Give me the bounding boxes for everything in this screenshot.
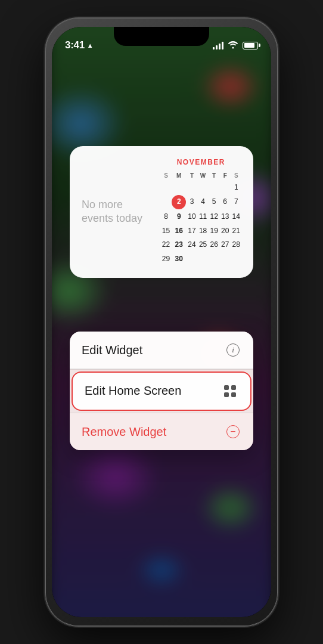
notch: [114, 27, 209, 46]
cal-header-t1: T: [187, 171, 197, 180]
phone-frame: 3:41 ▲: [45, 18, 278, 626]
context-menu: Edit Widget i Edit Home Screen: [70, 332, 253, 450]
cal-day-empty-end4: [220, 252, 231, 266]
cal-day-2-today: 2: [172, 195, 186, 209]
cal-day-22: 22: [161, 238, 172, 252]
cal-day-14: 14: [231, 210, 241, 224]
edit-home-screen-menu-item[interactable]: Edit Home Screen: [72, 371, 251, 411]
cal-day-20: 20: [220, 224, 231, 238]
location-arrow-icon: ▲: [87, 42, 94, 49]
cal-day-4: 4: [198, 195, 209, 209]
cal-day-19: 19: [209, 224, 219, 238]
menu-divider-1: [70, 369, 253, 370]
cal-header-s2: S: [231, 171, 241, 180]
cal-day-3: 3: [187, 195, 197, 209]
cal-day-empty-6: [220, 181, 231, 194]
calendar-widget: No more events today NOVEMBER S M T W T …: [70, 146, 253, 278]
cal-header-m: M: [172, 171, 186, 180]
svg-rect-0: [224, 385, 229, 390]
cal-day-21: 21: [231, 224, 241, 238]
cal-day-empty-2: [172, 181, 186, 194]
remove-widget-label: Remove Widget: [82, 425, 166, 439]
cal-day-1: 1: [231, 181, 241, 194]
cal-day-empty-4: [198, 181, 209, 194]
cal-day-26: 26: [209, 238, 219, 252]
cal-day-empty-1: [161, 181, 172, 194]
svg-rect-3: [231, 392, 236, 397]
svg-rect-1: [231, 385, 236, 390]
signal-icon: [213, 41, 223, 49]
cal-day-7: 7: [231, 195, 241, 209]
cal-day-23: 23: [172, 238, 186, 252]
status-icons: [213, 41, 258, 51]
overlay-dim: [52, 27, 271, 617]
wifi-icon: [228, 41, 238, 51]
time-display: 3:41: [65, 39, 85, 51]
cal-day-28: 28: [231, 238, 241, 252]
cal-day-6: 6: [220, 195, 231, 209]
status-time: 3:41 ▲: [65, 39, 93, 51]
svg-rect-2: [224, 392, 229, 397]
battery-icon: [243, 42, 258, 49]
cal-day-8: 8: [161, 210, 172, 224]
cal-day-13: 13: [220, 210, 231, 224]
cal-day-30: 30: [172, 252, 186, 266]
cal-day-12: 12: [209, 210, 219, 224]
cal-header-f: F: [220, 171, 231, 180]
cal-day-11: 11: [198, 210, 209, 224]
cal-header-w: W: [198, 171, 209, 180]
edit-home-screen-label: Edit Home Screen: [85, 384, 181, 398]
cal-day-27: 27: [220, 238, 231, 252]
cal-day-24: 24: [187, 238, 197, 252]
remove-widget-menu-item[interactable]: Remove Widget −: [70, 413, 253, 450]
cal-day-17: 17: [187, 224, 197, 238]
widget-left: No more events today: [82, 158, 149, 266]
cal-day-18: 18: [198, 224, 209, 238]
edit-widget-menu-item[interactable]: Edit Widget i: [70, 332, 253, 369]
cal-day-empty-3: [187, 181, 197, 194]
remove-icon: −: [225, 423, 241, 440]
cal-day-empty-end3: [209, 252, 219, 266]
cal-day-15: 15: [161, 224, 172, 238]
screen: 3:41 ▲: [52, 27, 271, 617]
no-events-text: No more events today: [82, 198, 149, 226]
cal-day-empty-end2: [198, 252, 209, 266]
cal-day-empty-5: [209, 181, 219, 194]
calendar-right: NOVEMBER S M T W T F S: [161, 158, 241, 266]
cal-day-25: 25: [198, 238, 209, 252]
cal-header-t2: T: [209, 171, 219, 180]
cal-day-29: 29: [161, 252, 172, 266]
edit-widget-label: Edit Widget: [82, 343, 142, 357]
cal-day-5: 5: [209, 195, 219, 209]
calendar-grid: S M T W T F S 1: [161, 171, 241, 266]
cal-day-empty-end1: [187, 252, 197, 266]
phone-inner: 3:41 ▲: [52, 27, 271, 617]
info-icon: i: [225, 342, 241, 358]
home-screen-grid-icon: [222, 383, 238, 400]
cal-day-16: 16: [172, 224, 186, 238]
calendar-month: NOVEMBER: [161, 158, 241, 166]
cal-header-s1: S: [161, 171, 172, 180]
cal-day-2-sun: [161, 195, 172, 209]
cal-day-empty-end5: [231, 252, 241, 266]
cal-day-9: 9: [172, 210, 186, 224]
cal-day-10: 10: [187, 210, 197, 224]
